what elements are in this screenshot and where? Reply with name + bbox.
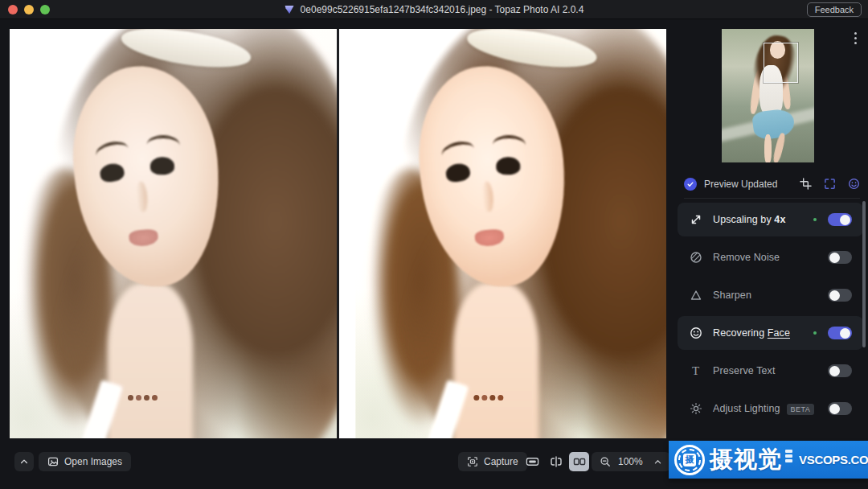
check-icon [684,178,697,191]
fullscreen-icon[interactable] [823,178,836,191]
more-options-icon[interactable] [854,32,857,44]
setting-label-preserve-text: Preserve Text [713,365,828,376]
image-icon [47,456,59,467]
open-images-button[interactable]: Open Images [39,452,131,471]
enhancement-settings: Upscaling by 4x Remove Noise Sharpen [678,203,863,429]
bottom-toolbar: Open Images Capture 100% [0,438,676,489]
enhanced-photo [355,29,666,438]
topaz-logo-icon [285,5,295,14]
setting-row-sharpen[interactable]: Sharpen [678,278,863,312]
sidebar: Preview Updated Upscaling by 4x [676,19,868,489]
crop-icon[interactable] [799,178,812,191]
watermark-logo-icon: 摄 [674,445,705,475]
zoom-window-button[interactable] [40,5,50,14]
split-view-button[interactable] [546,452,566,471]
preserve-text-toggle[interactable] [828,364,852,377]
setting-label-upscaling: Upscaling by 4x [713,214,813,225]
zoom-menu-chevron-icon[interactable] [653,458,662,466]
window-controls [8,5,50,14]
close-window-button[interactable] [8,5,18,14]
zoom-control[interactable]: 100% [592,452,670,471]
text-icon: T [689,364,702,378]
window-title: 0e0e99c5226915efa1247b34fc342016.jpeg - … [301,4,584,15]
sharpen-toggle[interactable] [828,289,852,302]
adjust-lighting-toggle[interactable] [828,402,852,415]
capture-label: Capture [484,456,518,467]
watermark-seal-marks [785,450,792,462]
watermark-banner: 摄 摄视觉 VSCOPS.COM [669,441,868,479]
preview-status-row: Preview Updated [684,170,860,199]
setting-label-adjust-lighting: Adjust LightingBETA [713,403,828,414]
noise-icon [689,251,702,265]
feedback-button[interactable]: Feedback [807,2,862,17]
upscale-icon [689,213,702,227]
preview-region-box[interactable] [764,43,798,83]
watermark-site-text: VSCOPS.COM [799,453,868,466]
original-photo [10,29,337,438]
open-images-label: Open Images [64,456,122,467]
collapse-filmstrip-button[interactable] [14,452,34,471]
sharpen-icon [689,289,702,302]
beta-badge: BETA [787,404,815,415]
view-mode-group [522,452,589,471]
titlebar: 0e0e99c5226915efa1247b34fc342016.jpeg - … [0,0,868,19]
zoom-out-icon [600,456,611,467]
watermark-brand-text: 摄视觉 [710,444,782,476]
minimize-window-button[interactable] [24,5,34,14]
setting-label-recover-face: Recovering Face [713,327,813,339]
setting-row-recover-face[interactable]: Recovering Face [678,316,863,350]
settings-scrollbar[interactable] [862,201,866,347]
window-title-wrap: 0e0e99c5226915efa1247b34fc342016.jpeg - … [285,4,584,15]
single-view-button[interactable] [522,452,542,471]
compare-view [10,29,666,438]
preview-status-label: Preview Updated [704,179,799,190]
remove-noise-toggle[interactable] [828,251,852,264]
recover-face-toggle[interactable] [828,327,852,339]
face-icon [689,327,702,340]
face-preview-icon[interactable] [847,178,860,191]
enabled-indicator [813,331,817,335]
setting-label-sharpen: Sharpen [713,290,828,301]
before-image-pane[interactable] [10,29,337,438]
side-by-side-view-button[interactable] [569,452,589,471]
setting-row-remove-noise[interactable]: Remove Noise [678,240,863,274]
setting-label-remove-noise: Remove Noise [713,252,828,263]
enabled-indicator [813,218,817,221]
lighting-icon [689,402,702,416]
setting-row-adjust-lighting[interactable]: Adjust LightingBETA [678,392,863,425]
capture-button[interactable]: Capture [458,452,527,471]
setting-row-upscaling[interactable]: Upscaling by 4x [678,203,863,236]
capture-icon [467,456,478,467]
after-image-pane[interactable] [339,29,666,438]
zoom-level-value: 100% [618,456,643,467]
setting-row-preserve-text[interactable]: T Preserve Text [678,354,863,388]
upscaling-toggle[interactable] [828,213,852,226]
